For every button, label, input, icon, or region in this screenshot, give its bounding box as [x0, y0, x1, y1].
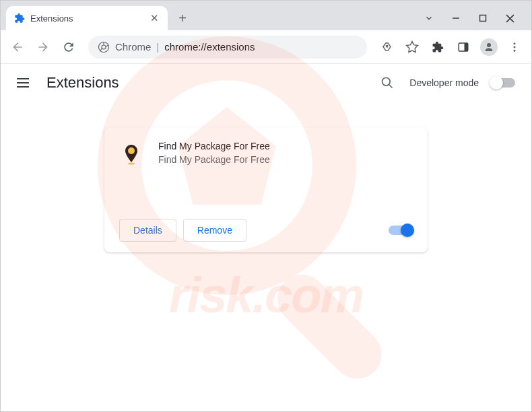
sidepanel-icon[interactable] [453, 37, 473, 57]
url-bar[interactable]: Chrome | chrome://extensions [88, 36, 367, 59]
profile-button[interactable] [479, 37, 499, 57]
reload-button[interactable] [59, 37, 79, 57]
minimize-icon[interactable] [451, 13, 461, 24]
browser-tab[interactable]: Extensions ✕ [6, 6, 168, 30]
svg-point-13 [128, 163, 135, 165]
svg-point-6 [487, 43, 491, 47]
back-button[interactable] [7, 37, 28, 57]
extension-description: Find My Package For Free [158, 154, 413, 165]
hamburger-menu[interactable] [17, 75, 33, 91]
extensions-header: Extensions Developer mode [1, 64, 531, 102]
dev-mode-toggle[interactable] [491, 78, 515, 88]
tab-title: Extensions [30, 13, 143, 24]
svg-point-12 [128, 147, 135, 154]
svg-point-8 [514, 46, 516, 48]
search-icon[interactable] [377, 73, 397, 93]
extensions-icon[interactable] [428, 37, 448, 57]
svg-point-9 [514, 49, 516, 51]
extension-enable-toggle[interactable] [389, 226, 413, 235]
extension-icon [119, 142, 143, 166]
svg-rect-5 [465, 43, 468, 51]
window-titlebar: Extensions ✕ + [1, 1, 531, 30]
extension-list: Find My Package For Free Find My Package… [1, 102, 531, 252]
page-title: Extensions [46, 74, 119, 92]
share-icon[interactable] [376, 37, 397, 57]
window-controls [424, 13, 526, 24]
puzzle-icon [14, 13, 25, 24]
extension-name: Find My Package For Free [158, 141, 413, 151]
details-button[interactable]: Details [119, 219, 176, 242]
url-text: Chrome | chrome://extensions [115, 41, 255, 53]
menu-icon[interactable] [504, 37, 525, 57]
forward-button[interactable] [33, 37, 53, 57]
remove-button[interactable]: Remove [183, 219, 246, 242]
svg-line-11 [389, 85, 393, 88]
chrome-icon [98, 41, 110, 53]
watermark-text: risk.com [169, 267, 363, 324]
svg-rect-1 [480, 15, 486, 22]
svg-point-7 [514, 42, 516, 44]
close-window-icon[interactable] [504, 13, 515, 24]
address-bar: Chrome | chrome://extensions [1, 30, 531, 64]
chevron-down-icon[interactable] [424, 13, 434, 24]
maximize-icon[interactable] [477, 13, 488, 24]
new-tab-button[interactable]: + [173, 9, 192, 28]
extension-card: Find My Package For Free Find My Package… [104, 127, 428, 252]
svg-point-10 [383, 78, 391, 86]
bookmark-icon[interactable] [402, 37, 422, 57]
svg-rect-15 [267, 265, 392, 389]
avatar-icon [480, 38, 498, 56]
close-tab-icon[interactable]: ✕ [149, 13, 160, 24]
dev-mode-label: Developer mode [409, 77, 479, 88]
